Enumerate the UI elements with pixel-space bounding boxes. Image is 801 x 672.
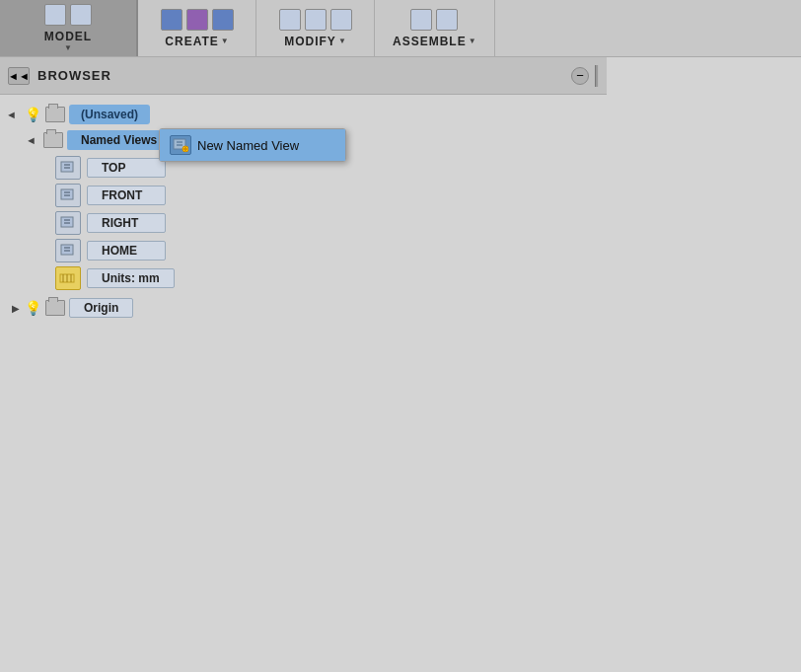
- browser-header: ◄◄ BROWSER −: [0, 57, 607, 95]
- browser-title: BROWSER: [37, 68, 571, 83]
- svg-rect-12: [61, 217, 73, 227]
- units-label[interactable]: Units: mm: [87, 268, 175, 288]
- view-item-home: HOME: [55, 239, 601, 262]
- origin-bulb-icon[interactable]: 💡: [24, 299, 41, 317]
- modify-icon-2: [305, 9, 327, 31]
- home-view-icon: [55, 239, 81, 262]
- modify-icon-1: [279, 9, 301, 31]
- model-dropdown-arrow: ▼: [64, 43, 72, 52]
- units-icon-svg: [59, 270, 77, 286]
- modify-icons-row: [279, 9, 352, 31]
- named-views-collapse-arrow[interactable]: ◄: [26, 134, 39, 146]
- tree-root-item: ◄ 💡 (Unsaved): [6, 105, 601, 124]
- assemble-icon-1: [410, 9, 432, 31]
- origin-label[interactable]: Origin: [69, 298, 133, 318]
- modify-icon-3: [330, 9, 352, 31]
- browser-collapse-button[interactable]: −: [571, 67, 589, 85]
- create-icons-row: [161, 9, 234, 31]
- assemble-label: ASSEMBLE: [393, 35, 467, 48]
- named-views-folder-icon: [43, 132, 63, 148]
- assemble-dropdown-arrow: ▼: [469, 37, 476, 45]
- new-named-view-icon: [170, 135, 191, 155]
- browser-panel: ◄◄ BROWSER − ◄ 💡 (Unsaved) ◄ Named Views: [0, 57, 607, 328]
- model-icons-row: [44, 4, 92, 26]
- browser-back-button[interactable]: ◄◄: [8, 67, 30, 85]
- root-folder-icon: [45, 107, 65, 122]
- create-icon-1: [161, 9, 182, 31]
- view-item-front: FRONT: [55, 184, 601, 207]
- origin-row: ▶ 💡 Origin: [12, 298, 601, 318]
- front-view-label[interactable]: FRONT: [87, 186, 166, 205]
- root-bulb-icon[interactable]: 💡: [24, 106, 41, 123]
- toolbar-modify-section[interactable]: MODIFY ▼: [256, 0, 375, 56]
- front-view-icon: [55, 184, 81, 207]
- top-view-label[interactable]: TOP: [87, 158, 166, 178]
- modify-label: MODIFY: [284, 35, 336, 48]
- model-icon-2: [70, 4, 92, 26]
- top-view-svg: [60, 161, 76, 175]
- tree-area: ◄ 💡 (Unsaved) ◄ Named Views: [0, 95, 607, 328]
- toolbar: MODEL ▼ CREATE ▼ MODIFY ▼: [0, 0, 801, 57]
- assemble-icons-row: [410, 9, 458, 31]
- toolbar-model-section[interactable]: MODEL ▼: [0, 0, 138, 56]
- modify-dropdown-arrow: ▼: [338, 37, 346, 45]
- right-view-label[interactable]: RIGHT: [87, 213, 166, 233]
- back-icon: ◄◄: [8, 70, 30, 82]
- units-item: Units: mm: [55, 266, 601, 290]
- unsaved-badge: (Unsaved): [69, 105, 150, 124]
- model-label: MODEL: [44, 30, 92, 43]
- create-dropdown-arrow: ▼: [221, 37, 229, 45]
- svg-rect-6: [61, 162, 73, 172]
- svg-rect-15: [61, 245, 73, 255]
- origin-folder-icon: [45, 300, 65, 316]
- view-item-right: RIGHT: [55, 211, 601, 235]
- browser-divider: [595, 65, 599, 87]
- toolbar-create-section[interactable]: CREATE ▼: [138, 0, 256, 56]
- top-view-icon: [55, 156, 81, 180]
- units-icon: [55, 266, 81, 290]
- create-icon-3: [212, 9, 234, 31]
- context-menu: New Named View: [159, 128, 346, 162]
- home-view-svg: [60, 244, 76, 258]
- named-views-label[interactable]: Named Views: [67, 130, 171, 150]
- new-named-view-menu-item[interactable]: New Named View: [160, 129, 345, 161]
- create-icon-2: [186, 9, 208, 31]
- named-view-icon-svg: [173, 138, 188, 152]
- front-view-svg: [60, 188, 76, 202]
- create-label: CREATE: [165, 35, 218, 48]
- root-collapse-arrow[interactable]: ◄: [6, 109, 20, 120]
- new-named-view-label: New Named View: [197, 138, 299, 153]
- assemble-icon-2: [436, 9, 458, 31]
- toolbar-assemble-section[interactable]: ASSEMBLE ▼: [375, 0, 495, 56]
- right-view-icon: [55, 211, 81, 235]
- model-icon-1: [44, 4, 66, 26]
- origin-expand-arrow[interactable]: ▶: [12, 303, 20, 314]
- home-view-label[interactable]: HOME: [87, 241, 166, 261]
- minus-icon: −: [576, 68, 584, 83]
- svg-rect-9: [61, 189, 73, 199]
- right-view-svg: [60, 216, 76, 230]
